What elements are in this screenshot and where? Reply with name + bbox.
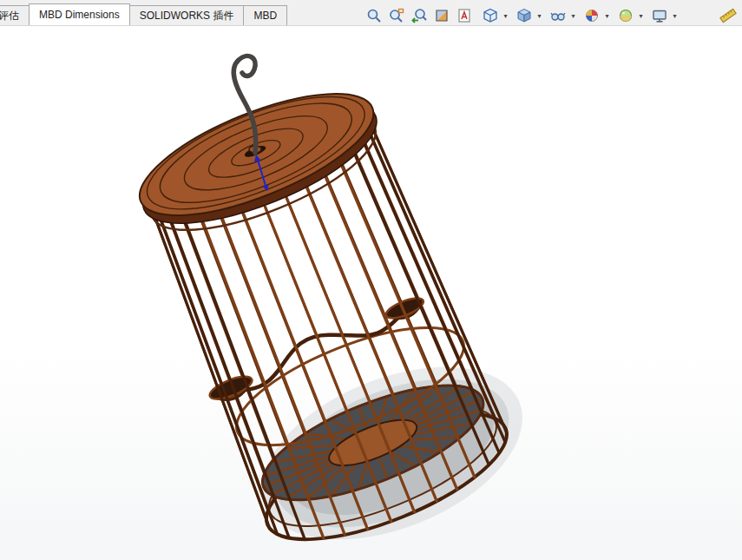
tab-mbd[interactable]: MBD — [243, 5, 287, 25]
zoom-to-area-button[interactable] — [386, 5, 407, 26]
previous-view-icon — [411, 8, 427, 23]
previous-view-button[interactable] — [409, 5, 430, 26]
tab-solidworks-addins[interactable]: SOLIDWORKS 插件 — [129, 5, 245, 25]
tab-evaluate[interactable]: 评估 — [0, 5, 30, 25]
view-settings-icon — [652, 8, 667, 23]
section-view-icon — [434, 8, 450, 23]
hide-show-items-button[interactable] — [548, 5, 568, 26]
zoom-to-fit-icon — [366, 8, 382, 23]
hide-show-items-icon — [550, 8, 566, 23]
edit-appearance-icon — [584, 8, 600, 23]
view-orientation-caret[interactable]: ▾ — [502, 12, 509, 20]
display-style-icon — [516, 8, 532, 23]
view-settings-caret[interactable]: ▾ — [671, 12, 679, 20]
edit-appearance-caret[interactable]: ▾ — [603, 12, 611, 20]
display-style-caret[interactable]: ▾ — [535, 12, 543, 20]
dynamic-annotation-views-icon — [456, 8, 472, 23]
zoom-to-area-icon — [389, 8, 404, 23]
hide-show-items-caret[interactable]: ▾ — [569, 12, 577, 20]
view-settings-button[interactable] — [649, 5, 670, 26]
view-orientation-icon — [483, 8, 498, 23]
display-style-button[interactable] — [514, 5, 535, 26]
main-viewport[interactable] — [0, 26, 742, 560]
apply-scene-button[interactable] — [615, 5, 636, 26]
tab-mbd-dimensions[interactable]: MBD Dimensions — [29, 3, 130, 25]
view-orientation-button[interactable] — [480, 5, 501, 26]
apply-scene-caret[interactable]: ▾ — [637, 12, 645, 20]
section-view-button[interactable] — [431, 5, 452, 26]
measure-button[interactable] — [719, 7, 737, 27]
apply-scene-icon — [618, 8, 634, 23]
heads-up-toolbar: ▾ ▾ ▾ ▾ — [363, 5, 679, 26]
dynamic-annotation-views-button[interactable] — [454, 5, 475, 26]
cage-model — [117, 68, 522, 560]
viewport-3d-model — [0, 26, 742, 560]
zoom-to-fit-button[interactable] — [364, 5, 384, 26]
edit-appearance-button[interactable] — [581, 5, 602, 26]
measure-icon — [719, 7, 737, 24]
